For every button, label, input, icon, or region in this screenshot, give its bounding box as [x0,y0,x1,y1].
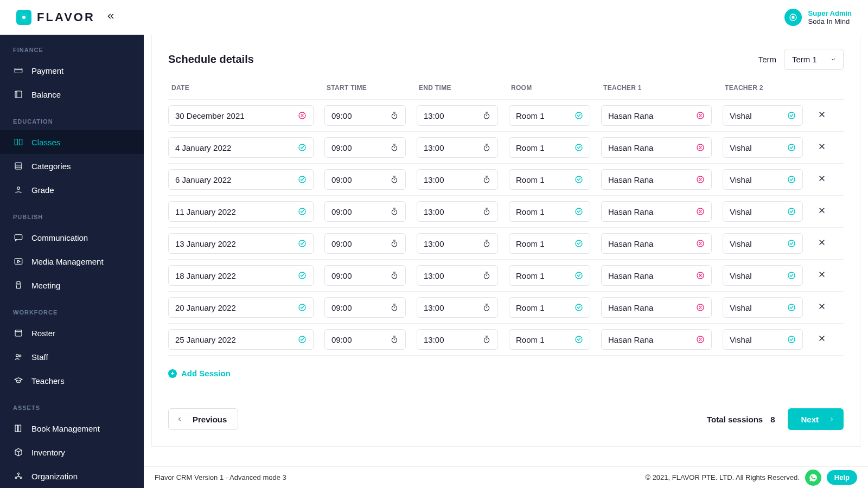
svg-point-92 [788,272,795,279]
teacher1-field[interactable]: Hasan Rana [601,105,712,126]
sidebar-item-staff[interactable]: Staff [0,345,144,369]
date-field[interactable]: 11 January 2022 [168,201,314,222]
date-field[interactable]: 25 January 2022 [168,329,314,350]
status-icon [390,239,399,248]
end-time-field[interactable]: 13:00 [417,201,498,222]
room-field[interactable]: Room 1 [509,329,590,350]
delete-row-button[interactable] [818,142,826,153]
status-icon [390,111,399,120]
teacher2-field[interactable]: Vishal [723,105,803,126]
date-field[interactable]: 4 January 2022 [168,137,314,158]
teacher1-field[interactable]: Hasan Rana [601,169,712,190]
status-icon [787,143,796,152]
room-field[interactable]: Room 1 [509,265,590,286]
end-time-field[interactable]: 13:00 [417,329,498,350]
sidebar-item-grade[interactable]: Grade [0,178,144,202]
room-field[interactable]: Room 1 [509,169,590,190]
start-time-field[interactable]: 09:00 [324,265,406,286]
avatar[interactable] [784,9,802,26]
table-row: 18 January 202209:0013:00Room 1Hasan Ran… [168,259,844,291]
delete-row-button[interactable] [818,302,826,313]
teacher2-field[interactable]: Vishal [723,169,803,190]
table-row: 4 January 202209:0013:00Room 1Hasan Rana… [168,131,844,163]
delete-row-button[interactable] [818,238,826,249]
svg-point-95 [299,304,305,311]
whatsapp-icon[interactable] [805,470,821,486]
sidebar-item-inventory[interactable]: Inventory [0,440,144,464]
teacher2-field[interactable]: Vishal [723,233,803,254]
sidebar-item-organization[interactable]: Organization [0,464,144,488]
term-select[interactable]: Term 1 [784,49,844,70]
col-date: DATE [170,84,327,92]
teacher2-field[interactable]: Vishal [723,137,803,158]
date-field[interactable]: 20 January 2022 [168,297,314,318]
teacher2-field[interactable]: Vishal [723,201,803,222]
logo-text: FLAVOR [37,10,95,24]
teacher1-field[interactable]: Hasan Rana [601,137,712,158]
next-button[interactable]: Next [788,408,844,430]
date-field[interactable]: 6 January 2022 [168,169,314,190]
end-time-field[interactable]: 13:00 [417,169,498,190]
start-time-field[interactable]: 09:00 [324,201,406,222]
end-time-field[interactable]: 13:00 [417,233,498,254]
sidebar-item-label: Roster [31,329,55,338]
end-time-field[interactable]: 13:00 [417,105,498,126]
sidebar-item-categories[interactable]: Categories [0,154,144,178]
sidebar-collapse-button[interactable] [106,11,116,24]
start-time-field[interactable]: 09:00 [324,137,406,158]
teacher1-field[interactable]: Hasan Rana [601,201,712,222]
sidebar-item-roster[interactable]: Roster [0,321,144,345]
delete-row-button[interactable] [818,334,826,345]
delete-row-button[interactable] [818,110,826,121]
sidebar-item-teachers[interactable]: Teachers [0,369,144,393]
start-time-field[interactable]: 09:00 [324,233,406,254]
start-time-field[interactable]: 09:00 [324,297,406,318]
room-field[interactable]: Room 1 [509,201,590,222]
room-field[interactable]: Room 1 [509,137,590,158]
teacher1-field[interactable]: Hasan Rana [601,265,712,286]
chat-icon [13,232,24,243]
end-time-field[interactable]: 13:00 [417,137,498,158]
sidebar-item-communication[interactable]: Communication [0,226,144,249]
room-field[interactable]: Room 1 [509,105,590,126]
teacher2-field[interactable]: Vishal [723,265,803,286]
start-time-field[interactable]: 09:00 [324,169,406,190]
sidebar-item-book-management[interactable]: Book Management [0,416,144,440]
sidebar-item-payment[interactable]: Payment [0,59,144,82]
teacher1-field[interactable]: Hasan Rana [601,233,712,254]
sidebar-item-media-management[interactable]: Media Management [0,249,144,273]
teacher1-field[interactable]: Hasan Rana [601,329,712,350]
delete-row-button[interactable] [818,206,826,217]
previous-button[interactable]: Previous [168,408,238,430]
logo[interactable]: FLAVOR [16,10,95,25]
status-icon [298,111,307,120]
teacher2-field[interactable]: Vishal [723,297,803,318]
delete-row-button[interactable] [818,174,826,185]
status-icon [390,207,399,216]
svg-point-0 [792,16,794,18]
room-field[interactable]: Room 1 [509,297,590,318]
help-button[interactable]: Help [827,470,857,485]
svg-point-59 [299,208,305,215]
svg-point-9 [17,187,20,190]
teacher2-field[interactable]: Vishal [723,329,803,350]
start-time-field[interactable]: 09:00 [324,329,406,350]
svg-rect-11 [15,259,22,265]
status-icon [696,111,705,120]
svg-point-114 [576,336,582,343]
add-session-button[interactable]: + Add Session [168,369,844,378]
end-time-field[interactable]: 13:00 [417,265,498,286]
date-field[interactable]: 18 January 2022 [168,265,314,286]
sidebar-item-classes[interactable]: Classes [0,130,144,154]
end-time-field[interactable]: 13:00 [417,297,498,318]
start-time-field[interactable]: 09:00 [324,105,406,126]
sidebar-item-meeting[interactable]: Meeting [0,273,144,297]
delete-row-button[interactable] [818,270,826,281]
status-icon [575,303,583,312]
sidebar-item-balance[interactable]: Balance [0,82,144,106]
room-field[interactable]: Room 1 [509,233,590,254]
date-field[interactable]: 13 January 2022 [168,233,314,254]
date-field[interactable]: 30 December 2021 [168,105,314,126]
teacher1-field[interactable]: Hasan Rana [601,297,712,318]
svg-rect-18 [15,425,18,432]
